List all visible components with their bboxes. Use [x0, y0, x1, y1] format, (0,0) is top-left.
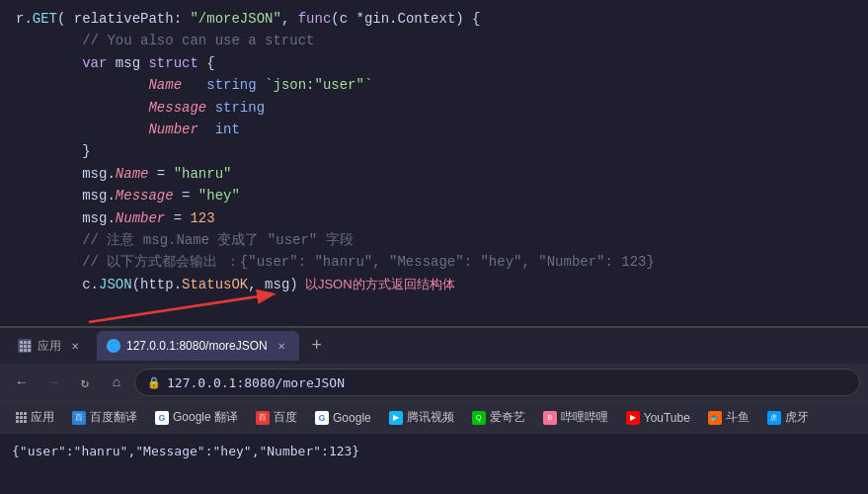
bookmark-baidu-translate-label: 百度翻译	[90, 409, 137, 426]
bookmark-youtube[interactable]: ▶ YouTube	[618, 408, 698, 428]
bookmarks-bar: 应用 百 百度翻译 G Google 翻译 百 百度 G Google ▶ 腾讯…	[0, 401, 868, 433]
tab-moreJSON-label: 127.0.0.1:8080/moreJSON	[126, 339, 268, 353]
baidu-translate-icon: 百	[72, 411, 86, 425]
code-line: msg.Number = 123	[16, 207, 852, 229]
bookmark-bilibili[interactable]: B 哔哩哔哩	[535, 406, 616, 429]
refresh-button[interactable]: ↻	[71, 369, 99, 396]
browser-chrome: 应用 ✕ 🌐 127.0.0.1:8080/moreJSON ✕ + ← → ↻…	[0, 326, 868, 433]
bookmark-google-label: Google	[333, 411, 371, 425]
code-line: // 以下方式都会输出 ：{"user": "hanru", "Message"…	[16, 251, 852, 273]
tab-apps-label: 应用	[38, 338, 61, 355]
bookmark-douyu[interactable]: 🐟 斗鱼	[700, 406, 757, 429]
tab-apps-favicon	[18, 339, 32, 353]
tencent-icon: ▶	[389, 411, 403, 425]
tab-moreJSON-favicon: 🌐	[107, 339, 120, 353]
bookmark-douyu-label: 斗鱼	[726, 409, 750, 426]
bookmark-huhu-label: 虎牙	[785, 409, 809, 426]
baidu-icon: 百	[256, 411, 270, 425]
bilibili-icon: B	[543, 411, 557, 425]
bookmark-google-translate[interactable]: G Google 翻译	[147, 406, 246, 429]
bookmark-baidu[interactable]: 百 百度	[248, 406, 305, 429]
svg-line-0	[89, 294, 272, 322]
youtube-icon: ▶	[626, 411, 640, 425]
output-text: {"user":"hanru","Message":"hey","Number"…	[12, 444, 359, 458]
address-bar[interactable]: 🔒 127.0.0.1:8080/moreJSON	[134, 369, 860, 396]
tab-apps[interactable]: 应用 ✕	[8, 331, 93, 361]
tab-moreJSON[interactable]: 🌐 127.0.0.1:8080/moreJSON ✕	[97, 331, 299, 361]
code-line: c.JSON(http.StatusOK, msg) 以JSON的方式返回结构体	[16, 274, 852, 295]
bookmark-apps-label: 应用	[31, 409, 54, 426]
url-text: 127.0.0.1:8080/moreJSON	[167, 375, 345, 390]
code-line: // You also can use a struct	[16, 30, 852, 51]
code-line: msg.Name = "hanru"	[16, 163, 852, 185]
bookmark-huhu[interactable]: 虎 虎牙	[759, 406, 817, 429]
code-line: // 注意 msg.Name 变成了 "user" 字段	[16, 229, 852, 251]
bookmark-tencent[interactable]: ▶ 腾讯视频	[381, 406, 462, 429]
code-editor: r.GET( relativePath: "/moreJSON", func(c…	[0, 0, 868, 326]
apps-grid-icon	[16, 412, 27, 423]
bookmark-google-translate-label: Google 翻译	[173, 409, 238, 426]
home-button[interactable]: ⌂	[103, 369, 130, 396]
bookmark-apps[interactable]: 应用	[8, 406, 62, 429]
code-line: msg.Message = "hey"	[16, 185, 852, 206]
bookmark-bilibili-label: 哔哩哔哩	[561, 409, 608, 426]
tab-apps-close[interactable]: ✕	[67, 338, 83, 354]
code-line: Message string	[16, 97, 852, 119]
google-translate-icon: G	[155, 411, 169, 425]
google-icon: G	[315, 411, 329, 425]
forward-button[interactable]: →	[39, 369, 67, 396]
lock-icon: 🔒	[147, 376, 161, 389]
page-output: {"user":"hanru","Message":"hey","Number"…	[0, 433, 868, 468]
bookmark-tencent-label: 腾讯视频	[407, 409, 454, 426]
douyu-icon: 🐟	[708, 411, 722, 425]
tab-moreJSON-close[interactable]: ✕	[274, 338, 289, 354]
bookmark-iqiyi[interactable]: Q 爱奇艺	[464, 406, 533, 429]
tab-bar: 应用 ✕ 🌐 127.0.0.1:8080/moreJSON ✕ +	[0, 328, 868, 364]
new-tab-button[interactable]: +	[303, 332, 331, 360]
back-button[interactable]: ←	[8, 369, 36, 396]
bookmark-google[interactable]: G Google	[307, 408, 379, 428]
code-line: Number int	[16, 119, 852, 140]
code-line: r.GET( relativePath: "/moreJSON", func(c…	[16, 8, 852, 30]
bookmark-baidu-label: 百度	[274, 409, 297, 426]
code-line: var msg struct {	[16, 52, 852, 74]
nav-bar: ← → ↻ ⌂ 🔒 127.0.0.1:8080/moreJSON	[0, 364, 868, 401]
bookmark-youtube-label: YouTube	[644, 411, 690, 425]
huhu-icon: 虎	[767, 411, 781, 425]
code-line: }	[16, 140, 852, 162]
code-line: Name string `json:"user"`	[16, 74, 852, 96]
iqiyi-icon: Q	[472, 411, 486, 425]
bookmark-baidu-translate[interactable]: 百 百度翻译	[64, 406, 145, 429]
bookmark-iqiyi-label: 爱奇艺	[490, 409, 525, 426]
